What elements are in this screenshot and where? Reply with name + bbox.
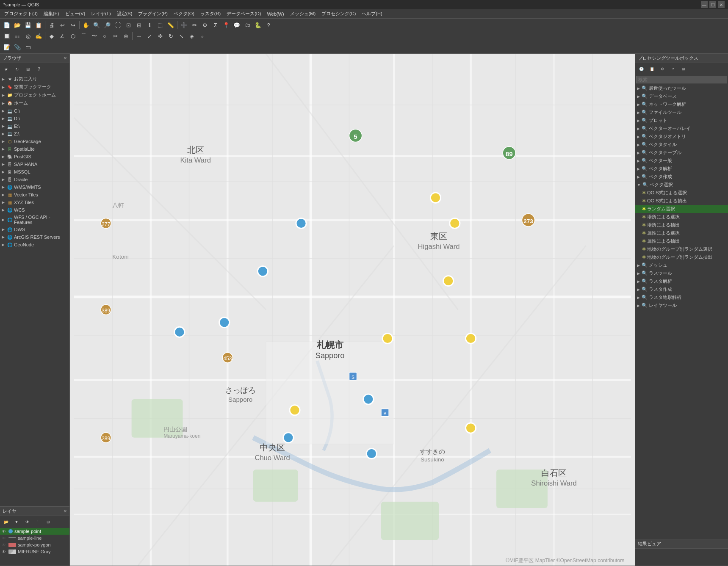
layers-open-button[interactable]: 📂: [1, 517, 11, 527]
snap2-button[interactable]: ⚏: [12, 31, 22, 41]
node-button[interactable]: ◎: [23, 31, 33, 41]
browser-item-wfs[interactable]: ▶ 🌐 WFS / OGC API - Features: [0, 214, 69, 226]
zoom-selection-button[interactable]: ⊡: [123, 20, 133, 30]
proc-item-vector-analysis[interactable]: ▶ 🔍 ベクタ解析: [635, 165, 728, 173]
undo-button[interactable]: ↩: [57, 20, 67, 30]
attr2-button[interactable]: 📎: [12, 42, 22, 52]
browser-item-geonode[interactable]: ▶ 🌐 GeoNode: [0, 241, 69, 248]
browser-item-wmswmts[interactable]: ▶ 🌐 WMS/WMTS: [0, 183, 69, 191]
annotation-button[interactable]: 💬: [232, 20, 242, 30]
open-project-button[interactable]: 📂: [12, 20, 22, 30]
proc-item-select-location[interactable]: ✱ 場所による選択: [635, 213, 728, 221]
proc-item-mesh[interactable]: ▶ 🔍 メッシュ: [635, 261, 728, 269]
browser-item-spatialite[interactable]: ▶ 🗄 SpatiaLite: [0, 145, 69, 153]
new-project-button[interactable]: 📄: [2, 20, 12, 30]
layers-filter-button[interactable]: ▼: [11, 517, 22, 527]
browser-item-sap[interactable]: ▶ 🗄 SAP HANA: [0, 160, 69, 168]
coordinate-button[interactable]: 📍: [221, 20, 231, 30]
zoom-out-button[interactable]: 🔎: [102, 20, 112, 30]
menu-vector[interactable]: ベクタ(O): [171, 10, 197, 18]
db-button[interactable]: 🗃: [23, 42, 33, 52]
proc-item-vector-general[interactable]: ▶ 🔍 ベクター般: [635, 157, 728, 165]
proc-item-extract-attribute[interactable]: ✱ 属性による抽出: [635, 237, 728, 245]
join-button[interactable]: ↔: [134, 31, 144, 41]
layer-item-sample-polygon[interactable]: 👁 sample-polygon: [0, 541, 69, 548]
menu-edit[interactable]: 編集(E): [41, 10, 62, 18]
layer-item-sample-point[interactable]: 👁 sample-point: [0, 528, 69, 535]
identify-button[interactable]: ℹ: [144, 20, 155, 30]
minimize-button[interactable]: —: [701, 1, 708, 8]
layer-item-sample-line[interactable]: 👁 sample-line: [0, 535, 69, 541]
menu-layer[interactable]: レイヤ(L): [89, 10, 113, 18]
proc-item-raster-creation[interactable]: ▶ 🔍 ラスタ作成: [635, 285, 728, 293]
proc-item-raster-tools[interactable]: ▶ 🔍 ラスツール: [635, 269, 728, 277]
browser-item-c[interactable]: ▶ 💻 C:\: [0, 107, 69, 115]
menu-raster[interactable]: ラスタ(R): [198, 10, 223, 18]
layers-funnel-button[interactable]: ⋮: [33, 517, 43, 527]
browser-collapse-button[interactable]: ⊟: [23, 64, 33, 74]
map-container[interactable]: 北区 Kita Ward 東区 Higashi Ward 札幌市 Sapporo…: [70, 54, 635, 566]
settings-button[interactable]: ⚙: [200, 20, 210, 30]
cut-button[interactable]: ⊗: [121, 31, 131, 41]
browser-item-oracle[interactable]: ▶ 🗄 Oracle: [0, 176, 69, 183]
layers-expand-button[interactable]: ⊞: [43, 517, 53, 527]
zoom-full-button[interactable]: ⛶: [113, 20, 123, 30]
proc-item-vector-creation[interactable]: ▶ 🔍 ベクタ作成: [635, 173, 728, 181]
browser-item-d[interactable]: ▶ 💻 D:\: [0, 115, 69, 122]
browser-item-home[interactable]: ▶ 🏠 ホーム: [0, 99, 69, 107]
rotate-button[interactable]: ↻: [166, 31, 176, 41]
measure-button[interactable]: 📏: [166, 20, 176, 30]
menu-help[interactable]: ヘルプ(H): [359, 10, 385, 18]
browser-item-vector-tiles[interactable]: ▶ ▦ Vector Tiles: [0, 191, 69, 199]
menu-processing[interactable]: プロセシング(C): [319, 10, 358, 18]
browser-item-mssql[interactable]: ▶ 🗄 MSSQL: [0, 168, 69, 176]
menu-settings[interactable]: 設定(S): [114, 10, 135, 18]
proc-item-vector-overlay[interactable]: ▶ 🔍 ベクターオーバレイ: [635, 124, 728, 133]
menu-plugins[interactable]: プラグイン(P): [136, 10, 170, 18]
processing-search-input[interactable]: [636, 76, 727, 83]
browser-refresh-button[interactable]: ↻: [12, 64, 22, 74]
split-button[interactable]: ⤢: [144, 31, 155, 41]
stats-button[interactable]: Σ: [210, 20, 221, 30]
processing-options-button[interactable]: ⊞: [678, 64, 689, 74]
menu-mesh[interactable]: メッシュ(M): [288, 10, 318, 18]
delete-button[interactable]: ✂: [110, 31, 120, 41]
snap-button[interactable]: 🔲: [2, 31, 12, 41]
menu-web[interactable]: Web(W): [264, 11, 286, 17]
digitize-button[interactable]: ✏: [189, 20, 199, 30]
curve-button[interactable]: ⌒: [78, 31, 89, 41]
move-button[interactable]: ✜: [155, 31, 165, 41]
menu-database[interactable]: データベース(D): [224, 10, 263, 18]
processing-settings-button[interactable]: ⚙: [657, 64, 667, 74]
layer-item-mierune[interactable]: 👁 MIERUNE Gray: [0, 548, 69, 555]
browser-item-wcs[interactable]: ▶ 🌐 WCS: [0, 206, 69, 214]
proc-item-raster-terrain[interactable]: ▶ 🔍 ラスタ地形解析: [635, 293, 728, 301]
edit-button[interactable]: ✍: [33, 31, 44, 41]
pan-button[interactable]: ✋: [81, 20, 91, 30]
browser-item-projecthome[interactable]: ▶ 📁 プロジェクトホーム: [0, 91, 69, 99]
proc-item-random-select[interactable]: ✱ ランダム選択: [635, 205, 728, 213]
processing-help-button[interactable]: ?: [668, 64, 678, 74]
circle-button[interactable]: ○: [100, 31, 110, 41]
processing-results-button[interactable]: 📋: [647, 64, 657, 74]
proc-item-database[interactable]: ▶ 🔍 データベース: [635, 92, 728, 100]
browser-item-geopackage[interactable]: ▶ ⬡ GeoPackage: [0, 138, 69, 145]
scale-button[interactable]: ⤡: [176, 31, 186, 41]
proc-item-network[interactable]: ▶ 🔍 ネットワーク解析: [635, 100, 728, 108]
vertex-button[interactable]: ◆: [47, 31, 57, 41]
digitize2-button[interactable]: ◈: [187, 31, 197, 41]
proc-item-extract-qgis[interactable]: ✱ QGIS式による抽出: [635, 197, 728, 205]
attr-button[interactable]: 📝: [2, 42, 12, 52]
zoom-layer-button[interactable]: ⊞: [134, 20, 144, 30]
browser-item-ows[interactable]: ▶ 🌐 OWS: [0, 226, 69, 233]
save-as-button[interactable]: 📋: [33, 20, 44, 30]
browser-item-postgis[interactable]: ▶ 🐘 PostGIS: [0, 153, 69, 160]
browser-item-z[interactable]: ▶ 💻 Z:\: [0, 130, 69, 138]
proc-item-vector-selection[interactable]: ▼ 🔍 ベクタ選択: [635, 181, 728, 189]
polygon-button[interactable]: ⬡: [68, 31, 78, 41]
menu-project[interactable]: プロジェクト(J): [2, 10, 40, 18]
proc-item-vector-geometry[interactable]: ▶ 🔍 ベクタジオメトリ: [635, 133, 728, 141]
browser-toggle[interactable]: ✕: [64, 56, 67, 61]
browser-filter-button[interactable]: ?: [34, 64, 44, 74]
add-layer-button[interactable]: ➕: [179, 20, 189, 30]
